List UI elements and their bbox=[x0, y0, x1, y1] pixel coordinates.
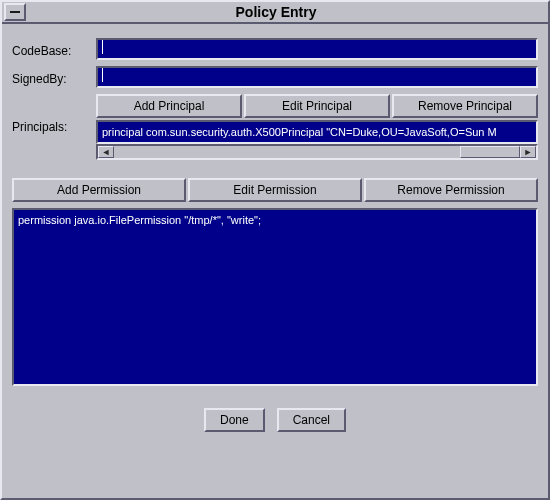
signedby-label: SignedBy: bbox=[12, 68, 96, 86]
scroll-track[interactable] bbox=[114, 146, 520, 158]
content-area: CodeBase: SignedBy: Principals: Add Prin… bbox=[2, 24, 548, 498]
bottom-buttons: Done Cancel bbox=[12, 408, 538, 432]
signedby-input[interactable] bbox=[96, 66, 538, 88]
window-title: Policy Entry bbox=[28, 4, 548, 20]
policy-entry-window: Policy Entry CodeBase: SignedBy: Princip… bbox=[0, 0, 550, 500]
principals-section: Principals: Add Principal Edit Principal… bbox=[12, 94, 538, 160]
edit-principal-button[interactable]: Edit Principal bbox=[244, 94, 390, 118]
done-button[interactable]: Done bbox=[204, 408, 265, 432]
add-principal-button[interactable]: Add Principal bbox=[96, 94, 242, 118]
scroll-left-icon[interactable]: ◄ bbox=[98, 146, 114, 158]
scroll-thumb[interactable] bbox=[460, 146, 520, 158]
dash-icon bbox=[10, 11, 20, 13]
window-menu-button[interactable] bbox=[4, 3, 26, 21]
principals-label: Principals: bbox=[12, 94, 96, 160]
edit-permission-button[interactable]: Edit Permission bbox=[188, 178, 362, 202]
cancel-button[interactable]: Cancel bbox=[277, 408, 346, 432]
signedby-row: SignedBy: bbox=[12, 66, 538, 88]
principals-hscrollbar[interactable]: ◄ ► bbox=[96, 144, 538, 160]
principals-right: Add Principal Edit Principal Remove Prin… bbox=[96, 94, 538, 160]
list-item[interactable]: permission java.io.FilePermission "/tmp/… bbox=[18, 214, 532, 226]
titlebar: Policy Entry bbox=[2, 2, 548, 24]
scroll-right-icon[interactable]: ► bbox=[520, 146, 536, 158]
list-item[interactable]: principal com.sun.security.auth.X500Prin… bbox=[102, 126, 532, 138]
remove-principal-button[interactable]: Remove Principal bbox=[392, 94, 538, 118]
principal-buttons: Add Principal Edit Principal Remove Prin… bbox=[96, 94, 538, 118]
permissions-list[interactable]: permission java.io.FilePermission "/tmp/… bbox=[12, 208, 538, 386]
codebase-input[interactable] bbox=[96, 38, 538, 60]
codebase-row: CodeBase: bbox=[12, 38, 538, 60]
codebase-label: CodeBase: bbox=[12, 40, 96, 58]
add-permission-button[interactable]: Add Permission bbox=[12, 178, 186, 202]
remove-permission-button[interactable]: Remove Permission bbox=[364, 178, 538, 202]
permission-buttons: Add Permission Edit Permission Remove Pe… bbox=[12, 178, 538, 202]
principals-list[interactable]: principal com.sun.security.auth.X500Prin… bbox=[96, 120, 538, 144]
